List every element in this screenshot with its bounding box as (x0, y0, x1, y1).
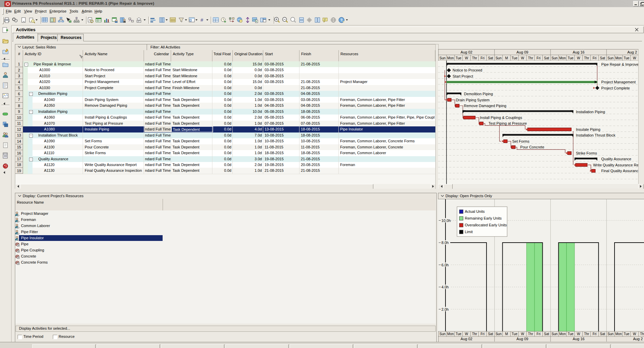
svg-text:Tue: Tue (512, 332, 517, 336)
svg-text:Tue: Tue (456, 56, 461, 60)
svg-text:#: # (201, 17, 203, 23)
svg-text:Sun: Sun (552, 56, 558, 60)
svg-text:Mon: Mon (447, 332, 454, 336)
svg-text:Overallocated Early Units: Overallocated Early Units (465, 223, 507, 227)
svg-text:Aug 02: Aug 02 (461, 50, 473, 54)
svg-text:Fri: Fri (480, 56, 484, 60)
svg-text:Start Project: Start Project (453, 74, 473, 78)
svg-text:Mon: Mon (559, 332, 566, 336)
svg-text:Mon: Mon (615, 332, 622, 336)
svg-text:Tue: Tue (624, 332, 629, 336)
svg-text:Project Management: Project Management (601, 80, 636, 84)
svg-text:Drain Piping System: Drain Piping System (456, 98, 490, 102)
svg-text:Fri: Fri (537, 332, 541, 336)
svg-text:6.0h: 6.0h (441, 263, 449, 267)
svg-text:Fri: Fri (480, 332, 484, 336)
svg-text:Sun: Sun (496, 332, 502, 336)
svg-text:Sun: Sun (607, 332, 614, 336)
svg-text:Tue: Tue (624, 56, 629, 60)
svg-text:?: ? (340, 18, 343, 22)
svg-text:M: M (505, 332, 508, 336)
svg-text:Aug 16: Aug 16 (573, 337, 585, 341)
svg-text:Thr: Thr (472, 332, 477, 336)
svg-text:Sat: Sat (544, 56, 549, 60)
svg-text:Sat: Sat (544, 332, 549, 336)
svg-text:Sat: Sat (488, 332, 493, 336)
svg-text:Thr: Thr (472, 56, 477, 60)
svg-text:Thr: Thr (584, 332, 589, 336)
svg-text:Tue: Tue (568, 332, 574, 336)
svg-text:W: W (577, 56, 580, 60)
svg-text:Mon: Mon (447, 56, 454, 60)
svg-text:Aug 16: Aug 16 (573, 50, 585, 54)
svg-text:Installation Piping: Installation Piping (576, 110, 605, 114)
svg-text:Thr: Thr (528, 56, 534, 60)
svg-text:Sun: Sun (607, 56, 614, 60)
svg-text:Mon: Mon (615, 56, 622, 60)
svg-text:Insulate Piping: Insulate Piping (576, 127, 600, 131)
svg-text:Tue: Tue (568, 56, 574, 60)
svg-text:Aug 02: Aug 02 (461, 337, 473, 341)
svg-text:Set Forms: Set Forms (512, 139, 529, 143)
svg-text:Strike Forms: Strike Forms (576, 151, 597, 155)
svg-text:W: W (577, 332, 580, 336)
svg-text:Pipe Repair & Improve: Pipe Repair & Improve (601, 62, 638, 66)
svg-text:Write Quality Assurance Repo: Write Quality Assurance Repo (593, 163, 638, 167)
svg-text:Notice to Proceed: Notice to Proceed (453, 68, 482, 72)
svg-text:Fri: Fri (593, 56, 597, 60)
svg-text:A: A (89, 18, 91, 21)
svg-text:10.0h: 10.0h (441, 219, 451, 223)
svg-text:Sun: Sun (552, 332, 558, 336)
svg-text:M: M (505, 56, 508, 60)
svg-text:Aug 09: Aug 09 (517, 50, 528, 54)
svg-text:Aug 09: Aug 09 (517, 337, 528, 341)
svg-text:Project Complete: Project Complete (601, 86, 630, 90)
svg-text:Actual Units: Actual Units (465, 209, 485, 213)
svg-text:2.0h: 2.0h (441, 307, 449, 311)
svg-text:Sun: Sun (496, 56, 502, 60)
svg-text:Remove Damaged Piping: Remove Damaged Piping (464, 104, 506, 108)
svg-text:Sun: Sun (439, 56, 445, 60)
svg-text:Quality Assurance: Quality Assurance (601, 157, 631, 161)
svg-text:W: W (521, 56, 524, 60)
svg-text:Tue: Tue (456, 332, 461, 336)
svg-text:Fri: Fri (593, 332, 597, 336)
svg-text:Tue: Tue (512, 56, 517, 60)
svg-text:Remaining Early Units: Remaining Early Units (465, 216, 502, 220)
svg-text:Thr: Thr (584, 56, 589, 60)
svg-text:Aug 2: Aug 2 (633, 337, 643, 341)
svg-text:Mon: Mon (559, 56, 566, 60)
svg-text:Thr: Thr (528, 332, 534, 336)
svg-text:Sat: Sat (600, 332, 605, 336)
svg-text:Sun: Sun (439, 332, 445, 336)
svg-text:Test Piping at Pressure: Test Piping at Pressure (489, 121, 527, 125)
svg-text:Install Piping & Couplings: Install Piping & Couplings (480, 116, 522, 120)
svg-text:8.0h: 8.0h (441, 241, 449, 245)
svg-text:Demolition Piping: Demolition Piping (464, 92, 493, 96)
svg-text:W: W (465, 56, 468, 60)
svg-text:Aug 2: Aug 2 (627, 50, 637, 54)
svg-text:Sat: Sat (488, 56, 493, 60)
svg-text:Fri: Fri (537, 56, 541, 60)
svg-text:Pour Concrete: Pour Concrete (520, 145, 544, 149)
svg-text:W: W (633, 56, 636, 60)
svg-text:W: W (521, 332, 524, 336)
svg-text:Limit: Limit (465, 230, 473, 234)
svg-text:W: W (633, 332, 636, 336)
svg-text:Thr: Thr (640, 332, 644, 336)
svg-text:W: W (465, 332, 468, 336)
svg-text:Final Quality Assurance I: Final Quality Assurance I (601, 169, 638, 173)
svg-text:Sat: Sat (600, 56, 605, 60)
svg-text:Installation Thrust Block: Installation Thrust Block (576, 133, 616, 137)
svg-text:4.0h: 4.0h (441, 285, 449, 289)
